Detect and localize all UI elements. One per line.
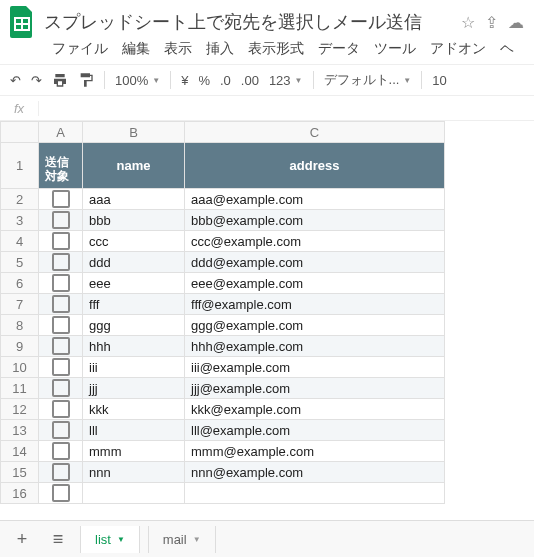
column-header-b[interactable]: B: [83, 122, 185, 143]
checkbox-icon[interactable]: [52, 484, 70, 502]
cell-name[interactable]: fff: [83, 294, 185, 315]
zoom-select[interactable]: 100%▼: [115, 73, 160, 88]
cell-name[interactable]: aaa: [83, 189, 185, 210]
menu-addons[interactable]: アドオン: [430, 40, 486, 58]
cell-name[interactable]: ccc: [83, 231, 185, 252]
menu-help[interactable]: ヘ: [500, 40, 514, 58]
cell-checkbox[interactable]: [39, 441, 83, 462]
row-header[interactable]: 14: [1, 441, 39, 462]
cell-checkbox[interactable]: [39, 231, 83, 252]
row-header[interactable]: 8: [1, 315, 39, 336]
cell-checkbox[interactable]: [39, 378, 83, 399]
cell-address[interactable]: ccc@example.com: [185, 231, 445, 252]
menu-edit[interactable]: 編集: [122, 40, 150, 58]
cell-checkbox[interactable]: [39, 420, 83, 441]
row-header[interactable]: 10: [1, 357, 39, 378]
cell-name[interactable]: iii: [83, 357, 185, 378]
menu-tools[interactable]: ツール: [374, 40, 416, 58]
header-name[interactable]: name: [83, 143, 185, 189]
spreadsheet-grid[interactable]: A B C 1 送信 対象 name address 2aaaaaa@examp…: [0, 121, 534, 517]
cell-checkbox[interactable]: [39, 189, 83, 210]
menu-format[interactable]: 表示形式: [248, 40, 304, 58]
cell[interactable]: [83, 483, 185, 504]
cell-address[interactable]: mmm@example.com: [185, 441, 445, 462]
cell-name[interactable]: jjj: [83, 378, 185, 399]
add-sheet-button[interactable]: +: [8, 525, 36, 553]
cell-checkbox[interactable]: [39, 336, 83, 357]
menu-file[interactable]: ファイル: [52, 40, 108, 58]
cell-address[interactable]: eee@example.com: [185, 273, 445, 294]
row-header[interactable]: 13: [1, 420, 39, 441]
checkbox-icon[interactable]: [52, 190, 70, 208]
checkbox-icon[interactable]: [52, 379, 70, 397]
cell-address[interactable]: bbb@example.com: [185, 210, 445, 231]
header-target[interactable]: 送信 対象: [39, 143, 83, 189]
cell-address[interactable]: lll@example.com: [185, 420, 445, 441]
column-header-c[interactable]: C: [185, 122, 445, 143]
cell-checkbox[interactable]: [39, 315, 83, 336]
document-title[interactable]: スプレッドシート上で宛先を選択しメール送信: [44, 10, 461, 34]
row-header[interactable]: 5: [1, 252, 39, 273]
checkbox-icon[interactable]: [52, 337, 70, 355]
checkbox-icon[interactable]: [52, 463, 70, 481]
formula-input[interactable]: [39, 96, 534, 120]
increase-decimal-button[interactable]: .00: [241, 73, 259, 88]
font-family-select[interactable]: デフォルト...▼: [324, 71, 412, 89]
row-header[interactable]: 6: [1, 273, 39, 294]
checkbox-icon[interactable]: [52, 295, 70, 313]
checkbox-icon[interactable]: [52, 400, 70, 418]
sheet-tab-mail[interactable]: mail▼: [148, 526, 216, 553]
cell-name[interactable]: hhh: [83, 336, 185, 357]
row-header[interactable]: 11: [1, 378, 39, 399]
cell-name[interactable]: kkk: [83, 399, 185, 420]
move-icon[interactable]: ⇪: [485, 13, 498, 32]
row-header[interactable]: 7: [1, 294, 39, 315]
cell-address[interactable]: hhh@example.com: [185, 336, 445, 357]
percent-button[interactable]: %: [198, 73, 210, 88]
row-header[interactable]: 12: [1, 399, 39, 420]
checkbox-icon[interactable]: [52, 211, 70, 229]
cell-checkbox[interactable]: [39, 399, 83, 420]
column-header-a[interactable]: A: [39, 122, 83, 143]
cell-name[interactable]: lll: [83, 420, 185, 441]
checkbox-icon[interactable]: [52, 358, 70, 376]
sheets-logo-icon[interactable]: [10, 6, 34, 38]
currency-button[interactable]: ¥: [181, 73, 188, 88]
sheet-tab-list[interactable]: list▼: [80, 526, 140, 553]
cell-address[interactable]: aaa@example.com: [185, 189, 445, 210]
cell-address[interactable]: jjj@example.com: [185, 378, 445, 399]
cell-address[interactable]: fff@example.com: [185, 294, 445, 315]
row-header[interactable]: 15: [1, 462, 39, 483]
cell-checkbox[interactable]: [39, 252, 83, 273]
checkbox-icon[interactable]: [52, 316, 70, 334]
all-sheets-button[interactable]: ≡: [44, 525, 72, 553]
cell-checkbox[interactable]: [39, 483, 83, 504]
cell-name[interactable]: eee: [83, 273, 185, 294]
cell-checkbox[interactable]: [39, 462, 83, 483]
checkbox-icon[interactable]: [52, 274, 70, 292]
cell-address[interactable]: ggg@example.com: [185, 315, 445, 336]
font-size-input[interactable]: 10: [432, 73, 446, 88]
checkbox-icon[interactable]: [52, 421, 70, 439]
paint-format-icon[interactable]: [78, 72, 94, 88]
row-header[interactable]: 1: [1, 143, 39, 189]
header-address[interactable]: address: [185, 143, 445, 189]
row-header[interactable]: 4: [1, 231, 39, 252]
cell-checkbox[interactable]: [39, 210, 83, 231]
number-format-select[interactable]: 123▼: [269, 73, 303, 88]
menu-view[interactable]: 表示: [164, 40, 192, 58]
cell-checkbox[interactable]: [39, 294, 83, 315]
row-header[interactable]: 3: [1, 210, 39, 231]
menu-data[interactable]: データ: [318, 40, 360, 58]
checkbox-icon[interactable]: [52, 442, 70, 460]
checkbox-icon[interactable]: [52, 232, 70, 250]
row-header[interactable]: 9: [1, 336, 39, 357]
cell-address[interactable]: kkk@example.com: [185, 399, 445, 420]
cell-name[interactable]: ddd: [83, 252, 185, 273]
cell-name[interactable]: nnn: [83, 462, 185, 483]
cell-name[interactable]: bbb: [83, 210, 185, 231]
cell-address[interactable]: nnn@example.com: [185, 462, 445, 483]
undo-icon[interactable]: ↶: [10, 73, 21, 88]
row-header[interactable]: 2: [1, 189, 39, 210]
cell-checkbox[interactable]: [39, 273, 83, 294]
